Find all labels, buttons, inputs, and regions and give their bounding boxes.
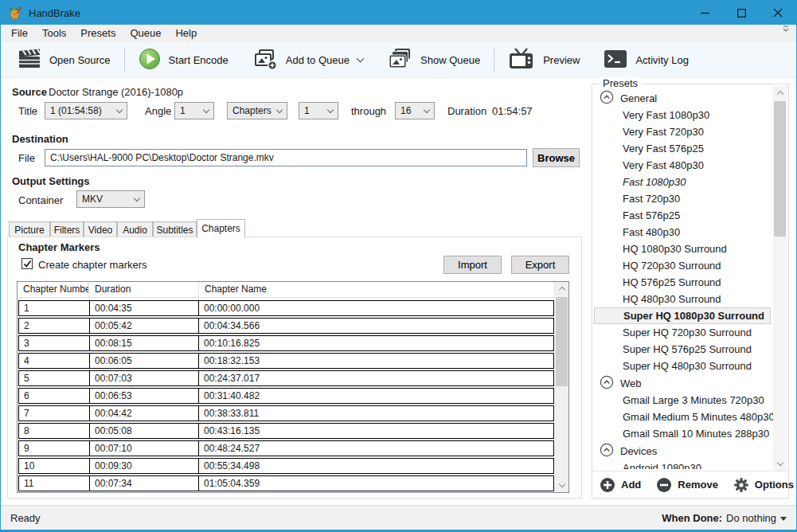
table-cell[interactable]: 00:24:37.017 [199, 371, 553, 385]
open-source-button[interactable]: Open Source [6, 45, 123, 75]
scrollbar-thumb[interactable] [774, 101, 786, 237]
browse-button[interactable]: Browse [533, 148, 580, 167]
scrollbar-thumb[interactable] [556, 297, 568, 386]
preset-item[interactable]: Android 1080p30 [594, 460, 787, 469]
scroll-up-icon[interactable] [555, 282, 568, 295]
table-row[interactable]: 700:04:4200:38:33.811 [18, 405, 554, 421]
minimize-icon[interactable] [686, 1, 723, 25]
collapse-chevron-icon[interactable] [600, 443, 614, 460]
tab-chapters[interactable]: Chapters [197, 219, 245, 238]
add-to-queue-button[interactable]: Add to Queue [240, 45, 375, 75]
export-button[interactable]: Export [511, 256, 569, 274]
collapse-chevron-icon[interactable] [600, 375, 614, 392]
table-row[interactable]: 1000:09:3000:55:34.498 [18, 458, 554, 474]
preset-options-button[interactable]: Options [733, 477, 794, 493]
create-chapter-markers-checkbox[interactable] [21, 258, 33, 269]
scroll-down-icon[interactable] [555, 479, 568, 492]
preset-item[interactable]: HQ 480p30 Surround [594, 291, 787, 307]
container-select[interactable]: MKV [76, 190, 145, 208]
preset-group-web[interactable]: Web [594, 374, 787, 392]
menu-file[interactable]: File [4, 25, 35, 42]
when-done-dropdown[interactable]: When Done: Do nothing [662, 512, 787, 524]
preset-group-devices[interactable]: Devices [594, 442, 787, 460]
table-cell[interactable]: 00:38:33.811 [199, 406, 553, 421]
table-cell[interactable]: 00:10:16.825 [199, 336, 553, 350]
tv-icon [508, 48, 535, 72]
table-row[interactable]: 200:05:4200:04:34.566 [18, 318, 554, 334]
column-header[interactable]: Chapter Name [199, 282, 555, 297]
table-row[interactable]: 600:06:5300:31:40.482 [18, 388, 554, 404]
table-cell[interactable]: 00:43:16.135 [199, 424, 553, 438]
duration-value: 01:54:57 [492, 105, 533, 117]
add-preset-button[interactable]: Add [600, 477, 641, 493]
menu-presets[interactable]: Presets [73, 25, 123, 42]
range-type-select[interactable]: Chapters [227, 102, 287, 119]
status-text: Ready [10, 512, 41, 524]
preset-item[interactable]: Gmail Large 3 Minutes 720p30 [594, 392, 787, 409]
preset-item[interactable]: Super HQ 720p30 Surround [594, 324, 787, 341]
table-row[interactable]: 900:07:1000:48:24.527 [18, 440, 554, 456]
preset-item[interactable]: Super HQ 480p30 Surround [594, 358, 787, 374]
tab-filters[interactable]: Filters [50, 221, 84, 237]
preset-item[interactable]: HQ 720p30 Surround [594, 257, 787, 274]
preset-item[interactable]: Super HQ 1080p30 Surround [594, 307, 771, 324]
preset-item[interactable]: Fast 480p30 [594, 224, 787, 241]
table-cell[interactable]: 01:05:04.359 [199, 476, 553, 491]
preset-item[interactable]: Very Fast 1080p30 [594, 107, 787, 123]
range-from-select[interactable]: 1 [299, 102, 338, 119]
table-row[interactable]: 1100:07:3401:05:04.359 [18, 475, 554, 491]
menu-tools[interactable]: Tools [35, 25, 73, 42]
preset-item[interactable]: Gmail Medium 5 Minutes 480p30 [594, 409, 787, 425]
table-cell[interactable]: 00:18:32.153 [199, 354, 553, 368]
preset-item[interactable]: Super HQ 576p25 Surround [594, 341, 787, 358]
import-button[interactable]: Import [443, 256, 502, 274]
start-encode-button[interactable]: Start Encode [127, 45, 240, 75]
tab-video[interactable]: Video [84, 221, 117, 237]
show-queue-button[interactable]: Show Queue [375, 45, 492, 75]
title-select[interactable]: 1 (01:54:58) [45, 102, 127, 119]
activity-log-button[interactable]: Activity Log [592, 45, 700, 75]
table-cell[interactable]: 00:55:34.498 [199, 459, 553, 473]
toolbar-overflow-icon[interactable] [782, 25, 790, 37]
tab-picture[interactable]: Picture [9, 221, 50, 237]
chevron-down-icon [327, 106, 334, 112]
tab-subtitles[interactable]: Subtitles [153, 221, 197, 237]
preset-item[interactable]: HQ 1080p30 Surround [594, 241, 787, 257]
menu-queue[interactable]: Queue [123, 25, 168, 42]
table-cell[interactable]: 00:00:00.000 [199, 301, 553, 315]
table-cell[interactable]: 00:04:34.566 [199, 319, 553, 333]
column-header[interactable]: Chapter Number [18, 282, 89, 297]
column-header[interactable]: Duration [89, 282, 199, 297]
range-to-select[interactable]: 16 [395, 102, 435, 119]
presets-scrollbar[interactable] [773, 86, 787, 471]
table-row[interactable]: 500:07:0300:24:37.017 [18, 370, 554, 386]
table-cell[interactable]: 00:48:24.527 [199, 441, 553, 456]
menu-help[interactable]: Help [168, 25, 204, 42]
preset-item[interactable]: Gmail Small 10 Minutes 288p30 [594, 425, 787, 442]
scroll-down-icon[interactable] [773, 457, 787, 471]
preset-item[interactable]: Fast 1080p30 [594, 174, 787, 190]
preset-item[interactable]: Very Fast 480p30 [594, 157, 787, 174]
remove-preset-button[interactable]: Remove [656, 477, 718, 493]
table-row[interactable]: 400:06:0500:18:32.153 [18, 353, 554, 369]
preset-group-general[interactable]: General [594, 89, 787, 107]
preset-item[interactable]: Very Fast 720p30 [594, 123, 787, 140]
table-row[interactable]: 100:04:3500:00:00.000 [18, 300, 554, 316]
preset-item[interactable]: HQ 576p25 Surround [594, 274, 787, 291]
collapse-chevron-icon[interactable] [600, 90, 614, 107]
table-row[interactable]: 300:08:1500:10:16.825 [18, 335, 554, 351]
preset-item[interactable]: Fast 576p25 [594, 207, 787, 224]
maximize-icon[interactable] [723, 1, 760, 25]
angle-select[interactable]: 1 [174, 102, 214, 119]
scroll-up-icon[interactable] [773, 86, 787, 100]
preset-item[interactable]: Very Fast 576p25 [594, 140, 787, 157]
preview-button[interactable]: Preview [496, 45, 592, 75]
table-row[interactable]: 800:05:0800:43:16.135 [18, 423, 554, 439]
preset-item[interactable]: Fast 720p30 [594, 190, 787, 207]
close-icon[interactable] [760, 1, 796, 25]
chapters-table-scrollbar[interactable] [555, 282, 568, 492]
table-cell: 5 [19, 371, 90, 385]
table-cell[interactable]: 00:31:40.482 [199, 389, 553, 403]
destination-file-input[interactable]: C:\Users\HAL-9000 PC\Desktop\Doctor Stra… [45, 149, 527, 166]
tab-audio[interactable]: Audio [117, 221, 153, 237]
